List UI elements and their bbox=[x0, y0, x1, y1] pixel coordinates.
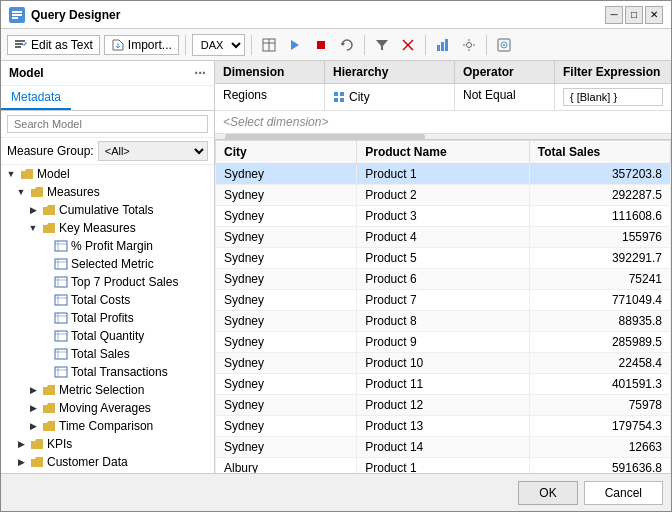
svg-rect-41 bbox=[55, 349, 67, 359]
tree-item-total-profits[interactable]: Total Profits bbox=[1, 309, 214, 327]
stop-icon-btn[interactable] bbox=[310, 34, 332, 56]
results-table: City Product Name Total Sales SydneyProd… bbox=[215, 140, 671, 473]
expand-icon: ▼ bbox=[5, 168, 17, 180]
table-row[interactable]: SydneyProduct 2292287.5 bbox=[216, 185, 671, 206]
cell-city: Sydney bbox=[216, 395, 357, 416]
svg-rect-16 bbox=[437, 45, 440, 51]
data-grid[interactable]: City Product Name Total Sales SydneyProd… bbox=[215, 140, 671, 473]
measure-icon bbox=[54, 276, 68, 288]
table-row[interactable]: SydneyProduct 5392291.7 bbox=[216, 248, 671, 269]
toolbar: Edit as Text Import... DAX bbox=[1, 29, 671, 61]
more-options-icon[interactable]: ··· bbox=[194, 65, 206, 81]
minimize-button[interactable]: ─ bbox=[605, 6, 623, 24]
tree-label: Top 7 Product Sales bbox=[71, 275, 178, 289]
main-content: Model ··· Metadata Measure Group: <All> bbox=[1, 61, 671, 473]
measure-group-select[interactable]: <All> bbox=[98, 141, 208, 161]
svg-rect-56 bbox=[340, 98, 344, 102]
table-row[interactable]: AlburyProduct 1591636.8 bbox=[216, 458, 671, 474]
right-panel: Dimension Hierarchy Operator Filter Expr… bbox=[215, 61, 671, 473]
filter-expression-input[interactable] bbox=[563, 88, 663, 106]
chart-icon-btn[interactable] bbox=[432, 34, 454, 56]
operator-cell[interactable]: Not Equal bbox=[455, 84, 555, 110]
table-row[interactable]: SydneyProduct 11401591.3 bbox=[216, 374, 671, 395]
table-row[interactable]: SydneyProduct 1275978 bbox=[216, 395, 671, 416]
col-header-filter: Filter Expression bbox=[555, 61, 671, 83]
ok-button[interactable]: OK bbox=[518, 481, 577, 505]
maximize-button[interactable]: □ bbox=[625, 6, 643, 24]
svg-point-19 bbox=[466, 42, 471, 47]
col-header-hierarchy: Hierarchy bbox=[325, 61, 455, 83]
table-row[interactable]: SydneyProduct 675241 bbox=[216, 269, 671, 290]
expand-icon: ▼ bbox=[15, 186, 27, 198]
edit-as-text-button[interactable]: Edit as Text bbox=[7, 35, 100, 55]
table-row[interactable]: SydneyProduct 9285989.5 bbox=[216, 332, 671, 353]
tree-item-top7[interactable]: Top 7 Product Sales bbox=[1, 273, 214, 291]
cell-city: Albury bbox=[216, 458, 357, 474]
measure-icon bbox=[54, 348, 68, 360]
folder-icon bbox=[42, 384, 56, 396]
tree-item-moving-averages[interactable]: ▶ Moving Averages bbox=[1, 399, 214, 417]
bottom-bar: OK Cancel bbox=[1, 473, 671, 511]
tree-item-total-transactions[interactable]: Total Transactions bbox=[1, 363, 214, 381]
spacer bbox=[39, 312, 51, 324]
tree-item-selected-metric[interactable]: Selected Metric bbox=[1, 255, 214, 273]
cell-sales: 285989.5 bbox=[529, 332, 670, 353]
svg-point-22 bbox=[503, 44, 505, 46]
tree-item-metric-selection[interactable]: ▶ Metric Selection bbox=[1, 381, 214, 399]
cell-sales: 771049.4 bbox=[529, 290, 670, 311]
table-row[interactable]: SydneyProduct 3111608.6 bbox=[216, 206, 671, 227]
filter-cell[interactable] bbox=[555, 84, 671, 110]
table-row[interactable]: SydneyProduct 13179754.3 bbox=[216, 416, 671, 437]
table-row[interactable]: SydneyProduct 888935.8 bbox=[216, 311, 671, 332]
select-dimension-row[interactable]: <Select dimension> bbox=[215, 111, 671, 134]
tree-item-kpis[interactable]: ▶ KPIs bbox=[1, 435, 214, 453]
table-icon-btn[interactable] bbox=[258, 34, 280, 56]
tree-item-measures[interactable]: ▼ Measures bbox=[1, 183, 214, 201]
dimension-cell[interactable]: Regions bbox=[215, 84, 325, 110]
run-icon-btn[interactable] bbox=[284, 34, 306, 56]
tree-item-model[interactable]: ▼ Model bbox=[1, 165, 214, 183]
table-icon bbox=[262, 38, 276, 52]
settings-icon-btn[interactable] bbox=[458, 34, 480, 56]
table-row[interactable]: SydneyProduct 4155976 bbox=[216, 227, 671, 248]
cell-product: Product 7 bbox=[357, 290, 530, 311]
svg-rect-32 bbox=[55, 295, 67, 305]
measure-icon bbox=[54, 294, 68, 306]
svg-rect-53 bbox=[334, 92, 338, 96]
close-button[interactable]: ✕ bbox=[645, 6, 663, 24]
dax-selector[interactable]: DAX bbox=[192, 34, 245, 56]
metadata-tab[interactable]: Metadata bbox=[1, 86, 71, 110]
cell-city: Sydney bbox=[216, 185, 357, 206]
preview-icon-btn[interactable] bbox=[493, 34, 515, 56]
filter-icon bbox=[375, 38, 389, 52]
tree-label: Total Costs bbox=[71, 293, 130, 307]
table-row[interactable]: SydneyProduct 7771049.4 bbox=[216, 290, 671, 311]
tree-label: Moving Averages bbox=[59, 401, 151, 415]
refresh-icon-btn[interactable] bbox=[336, 34, 358, 56]
delete-icon bbox=[401, 38, 415, 52]
col-header-sales: Total Sales bbox=[529, 141, 670, 164]
search-input[interactable] bbox=[7, 115, 208, 133]
table-row[interactable]: SydneyProduct 1022458.4 bbox=[216, 353, 671, 374]
tree-item-key-measures[interactable]: ▼ Key Measures bbox=[1, 219, 214, 237]
measure-group-row: Measure Group: <All> bbox=[1, 138, 214, 165]
tree-item-time-comparison[interactable]: ▶ Time Comparison bbox=[1, 417, 214, 435]
expand-icon: ▼ bbox=[27, 222, 39, 234]
cancel-button[interactable]: Cancel bbox=[584, 481, 663, 505]
tree-item-total-quantity[interactable]: Total Quantity bbox=[1, 327, 214, 345]
import-button[interactable]: Import... bbox=[104, 35, 179, 55]
tree-item-total-costs[interactable]: Total Costs bbox=[1, 291, 214, 309]
col-header-operator: Operator bbox=[455, 61, 555, 83]
tree-item-total-sales[interactable]: Total Sales bbox=[1, 345, 214, 363]
tree-label: % Profit Margin bbox=[71, 239, 153, 253]
filter-icon-btn[interactable] bbox=[371, 34, 393, 56]
tree-item-profit-margin[interactable]: % Profit Margin bbox=[1, 237, 214, 255]
tree-label: Cumulative Totals bbox=[59, 203, 154, 217]
cell-product: Product 3 bbox=[357, 206, 530, 227]
table-row[interactable]: SydneyProduct 1357203.8 bbox=[216, 164, 671, 185]
expand-icon: ▶ bbox=[27, 384, 39, 396]
tree-item-cumulative[interactable]: ▶ Cumulative Totals bbox=[1, 201, 214, 219]
delete-icon-btn[interactable] bbox=[397, 34, 419, 56]
tree-item-customer-data[interactable]: ▶ Customer Data bbox=[1, 453, 214, 471]
table-row[interactable]: SydneyProduct 1412663 bbox=[216, 437, 671, 458]
